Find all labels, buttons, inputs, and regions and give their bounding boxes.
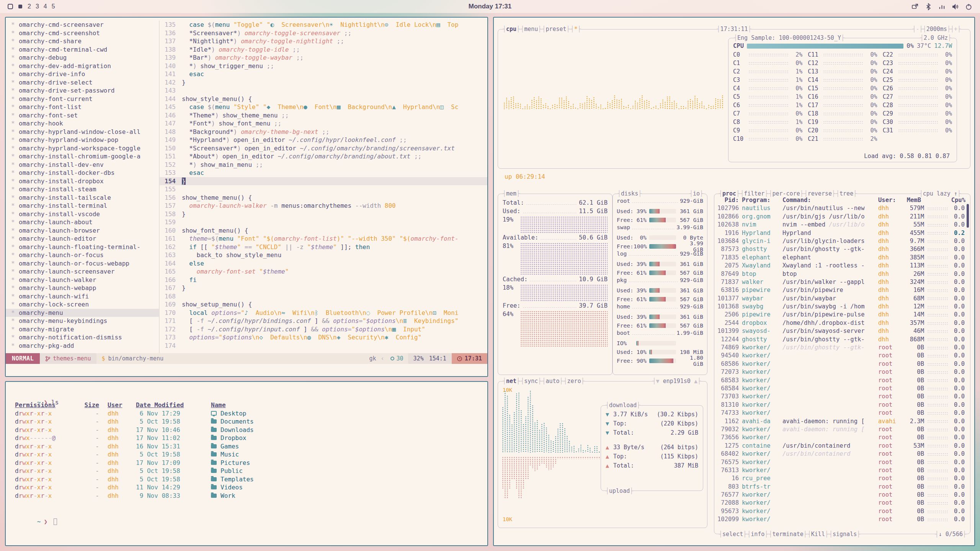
- power-icon[interactable]: [965, 3, 972, 10]
- code-line[interactable]: 150 *Screensaver*) open_in_editor ~/.con…: [160, 144, 487, 153]
- process-row[interactable]: 73703kworker/root0B0.0: [717, 393, 969, 401]
- file-list-item[interactable]: *omarchy-drive-info: [6, 70, 159, 78]
- code-area[interactable]: 135 case $(menu "Toggle" "◐ Screensaver\…: [159, 21, 487, 353]
- code-line[interactable]: 169show_setup_menu() {: [160, 300, 487, 309]
- file-list-item[interactable]: *omarchy-launch-floating-terminal-: [6, 243, 159, 251]
- file-list-item[interactable]: *omarchy-install-terminal: [6, 202, 159, 210]
- cpu-tab-star[interactable]: ┤*├: [571, 25, 581, 33]
- file-list-item[interactable]: *omarchy-install-steam: [6, 185, 159, 194]
- file-list-item[interactable]: *omarchy-lock-screen: [6, 300, 159, 309]
- cpu-tab-cpu[interactable]: ┤cpu├: [503, 25, 520, 33]
- file-list-item[interactable]: *omarchy-hyprland-workspace-toggle: [6, 144, 159, 153]
- terminal-window[interactable]: ~❯ls PermissionsSizeUserDate ModifiedNam…: [5, 381, 488, 546]
- disks-title[interactable]: ┤disks├: [617, 190, 642, 197]
- workspace-3[interactable]: 3: [36, 3, 39, 10]
- code-line[interactable]: 166 fi: [160, 276, 487, 284]
- code-line[interactable]: 156show_theme_menu() {: [160, 194, 487, 202]
- code-line[interactable]: 152 *) show_main_menu ;;: [160, 161, 487, 169]
- process-row[interactable]: 68402kworker//usr/bin/containerdroot0B0.…: [717, 450, 969, 458]
- process-row[interactable]: 74733kworker/root0B0.0: [717, 409, 969, 417]
- code-line[interactable]: 163 back_to show_style_menu: [160, 251, 487, 259]
- process-row[interactable]: 1275containe/usr/bin/containerdroot53M0.…: [717, 442, 969, 450]
- net-btn-net[interactable]: ┤net├: [503, 377, 520, 385]
- process-row[interactable]: 73656kworker/root0B0.0: [717, 434, 969, 442]
- code-line[interactable]: 161 theme=$(menu "Font" "$(omarchy-font-…: [160, 235, 487, 243]
- workspace-2[interactable]: 2: [28, 3, 31, 10]
- process-row[interactable]: 2506pipewire/usr/bin/pipewire-pulsedhh14…: [717, 311, 969, 319]
- net-btn-sync[interactable]: ┤sync├: [521, 377, 541, 385]
- process-row[interactable]: 68586kworker/root0B0.0: [717, 360, 969, 368]
- file-list-item[interactable]: *omarchy-dev-add-migration: [6, 62, 159, 70]
- file-list-item[interactable]: *omarchy-font-set: [6, 111, 159, 120]
- file-list-item[interactable]: *omarchy-migrate: [6, 325, 159, 334]
- code-line[interactable]: 135 case $(menu "Toggle" "◐ Screensaver\…: [160, 21, 487, 29]
- file-list-item[interactable]: *omarchy-install-vscode: [6, 210, 159, 218]
- code-line[interactable]: 174: [160, 342, 487, 350]
- system-tray[interactable]: [911, 3, 972, 10]
- code-line[interactable]: 142}: [160, 78, 487, 87]
- file-list-item[interactable]: *omarchy-hook: [6, 119, 159, 128]
- cpu-tab-menu[interactable]: ┤menu├: [521, 25, 541, 33]
- file-list-item[interactable]: *omarchy-font-current: [6, 95, 159, 103]
- process-row[interactable]: 102099kworker/root0B0.0: [717, 515, 969, 523]
- code-line[interactable]: 157 omarchy-launch-walker -m menus:omarc…: [160, 202, 487, 210]
- code-line[interactable]: 165 omarchy-font-set "$theme": [160, 267, 487, 276]
- code-line[interactable]: 172 [ -f ~/.config/hypr/input.conf ] && …: [160, 325, 487, 334]
- workspace-5[interactable]: 5: [52, 3, 55, 10]
- file-list-item[interactable]: *omarchy-cmd-share: [6, 37, 159, 46]
- code-line[interactable]: 145 case $(menu "Style" "◆ Theme\n● Font…: [160, 103, 487, 111]
- code-line[interactable]: 143: [160, 86, 487, 95]
- file-list-item[interactable]: *omarchy-debug: [6, 54, 159, 62]
- proc-action-signals[interactable]: ┤signals├: [829, 530, 860, 538]
- file-list-item[interactable]: *omarchy-hyprland-window-close-all: [6, 128, 159, 136]
- file-list[interactable]: *omarchy-cmd-screensaver*omarchy-cmd-scr…: [6, 21, 159, 353]
- proc-tab-reverse[interactable]: ┤reverse├: [804, 190, 835, 197]
- code-line[interactable]: 141 esac: [160, 70, 487, 78]
- process-row[interactable]: 102866org.gnom/usr/bin/gjs /usr/lib/odhh…: [717, 213, 969, 221]
- file-list-item[interactable]: *omarchy-pkg-add: [6, 342, 159, 350]
- file-list-item[interactable]: *omarchy-cmd-terminal-cwd: [6, 46, 159, 54]
- process-header[interactable]: Pid: Program: Command: User: MemB Cpu%: [717, 196, 969, 204]
- process-row[interactable]: 87649btopbtopdhh26M0.0: [717, 270, 969, 278]
- file-list-item[interactable]: *omarchy-drive-select: [6, 78, 159, 87]
- file-list-item[interactable]: *omarchy-install-chromium-google-a: [6, 152, 159, 161]
- code-line[interactable]: 148 *Background*) omarchy-theme-bg-next …: [160, 128, 487, 136]
- file-list-item[interactable]: *omarchy-launch-screensaver: [6, 267, 159, 276]
- code-line[interactable]: 160show_font_menu() {: [160, 227, 487, 235]
- process-row[interactable]: 81310kworker/root0B0.0: [717, 401, 969, 409]
- code-line[interactable]: 140 *) show_trigger_menu ;;: [160, 62, 487, 70]
- process-row[interactable]: 74869kworker//usr/bin/ghostty --gtk-root…: [717, 344, 969, 352]
- code-line[interactable]: 137 *Nightlight*) omarchy-toggle-nightli…: [160, 37, 487, 46]
- process-row[interactable]: 72073kworker/root0B0.0: [717, 368, 969, 376]
- code-line[interactable]: 173 options="$options\n◇ Defaults\n◍ DNS…: [160, 333, 487, 342]
- code-line[interactable]: 144show_style_menu() {: [160, 95, 487, 103]
- process-row[interactable]: 68584kworker/root0B0.0: [717, 385, 969, 393]
- code-line[interactable]: 162 if [[ "$theme" == "CNCLD" || -z "$th…: [160, 243, 487, 251]
- proc-tab-percore[interactable]: ┤per-core├: [769, 190, 803, 197]
- proc-action-select[interactable]: ┤select├: [719, 530, 746, 538]
- process-row[interactable]: 2075XwaylandXwayland :1 -rootless -dhh11…: [717, 262, 969, 270]
- file-list-item[interactable]: *omarchy-font-list: [6, 103, 159, 111]
- file-list-item[interactable]: *omarchy-launch-or-focus: [6, 251, 159, 259]
- file-list-item[interactable]: *omarchy-install-dropbox: [6, 177, 159, 186]
- cast-icon[interactable]: [911, 3, 919, 10]
- process-row[interactable]: 76577kworker/root0B0.0: [717, 491, 969, 499]
- code-line[interactable]: 151 *About*) open_in_editor ~/.config/om…: [160, 152, 487, 161]
- code-line[interactable]: 158}: [160, 210, 487, 218]
- net-btn-zero[interactable]: ┤zero├: [564, 377, 585, 385]
- sort-column[interactable]: ┤cpu lazy ↑├: [920, 190, 961, 197]
- process-row[interactable]: 79032kworker/avahi-daemon: running [root…: [717, 425, 969, 434]
- workspace-4[interactable]: 4: [44, 3, 47, 10]
- file-list-item[interactable]: *omarchy-notification-dismiss: [6, 333, 159, 342]
- code-line[interactable]: 138 *Idle*) omarchy-toggle-idle ;;: [160, 46, 487, 54]
- workspace-indicators[interactable]: 2345: [8, 3, 60, 10]
- workspace-numbers[interactable]: 2345: [28, 3, 60, 10]
- file-list-item[interactable]: *omarchy-menu: [6, 309, 159, 317]
- process-row[interactable]: 71835elephantelephantdhh385M0.0: [717, 254, 969, 262]
- process-row[interactable]: 72088kworker/root0B0.0: [717, 499, 969, 507]
- process-list[interactable]: 102796nautilus/usr/bin/nautilus --newdhh…: [717, 204, 969, 523]
- code-line[interactable]: 139 *Bar*) omarchy-toggle-waybar ;;: [160, 54, 487, 62]
- code-line[interactable]: 136 *Screensaver*) omarchy-toggle-screen…: [160, 29, 487, 37]
- prompt-line[interactable]: ~❯: [15, 508, 487, 517]
- file-list-item[interactable]: *omarchy-hyprland-window-pop: [6, 136, 159, 144]
